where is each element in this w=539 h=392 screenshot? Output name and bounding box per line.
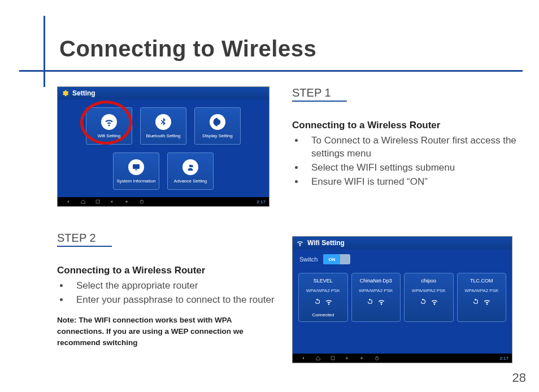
vol-up-icon[interactable] [359,355,365,361]
settings-tile-grid: Wifi Setting Bluetooth Setting Display S… [58,99,269,195]
wifi-icon [101,114,117,130]
screenshot-wifi-header-text: Wifi Setting [307,239,345,247]
tile-wifi-setting[interactable]: Wifi Setting [86,107,132,145]
step2-label: STEP 2 [57,232,112,247]
wifi-switch[interactable]: ON [323,254,350,264]
tile-advance-setting[interactable]: Advance Setting [167,153,214,190]
step2-subtitle: Connecting to a Wireless Router [57,265,283,276]
gear-icon [61,89,69,97]
power-icon[interactable] [374,355,380,361]
android-navbar: 2:17 [293,354,512,363]
svg-rect-0 [133,164,140,168]
tile-label: System Information [117,178,156,184]
wifi-switch-state: ON [323,254,340,264]
tile-system-information[interactable]: System Information [113,153,159,190]
refresh-icon [472,298,480,306]
wifi-signal-icon [431,298,438,306]
recent-icon[interactable] [330,355,336,361]
back-icon[interactable] [66,199,71,204]
step1-bullet: To Connect to a Wireless Router first ac… [305,134,518,160]
advance-icon [182,159,198,175]
tile-bluetooth-setting[interactable]: Bluetooth Setting [140,107,186,145]
refresh-icon [366,298,374,306]
refresh-icon [314,298,321,306]
step2-block: STEP 2 Connecting to a Wireless Router S… [57,232,283,349]
power-icon[interactable] [139,199,145,204]
wifi-network-grid: SLEVEL WPA/WPA2 PSK Connected ChinaNet-D… [293,273,512,322]
screenshot-wifi-header: Wifi Setting [293,237,512,249]
step1-subtitle: Connecting to a Wireless Router [292,120,518,131]
display-icon [210,114,225,130]
wifi-security: WPA/WPA2 PSK [464,288,498,293]
wifi-signal-icon [483,298,491,306]
system-icon [128,159,144,175]
home-icon[interactable] [80,199,86,204]
svg-rect-2 [96,200,99,203]
wifi-network[interactable]: chipoo WPA/WPA2 PSK [404,273,454,322]
step2-bullets: Select the appropriate router Enter your… [57,280,283,307]
screenshot-settings: Setting Wifi Setting Bluetooth Setting D… [57,86,270,207]
vol-down-icon[interactable] [110,199,115,204]
wifi-status: Connected [312,312,334,318]
wifi-security: WPA/WPA2 PSK [412,288,446,293]
wifi-network[interactable]: ChinaNet-Dp3 WPA/WPA2 PSK [351,273,401,322]
tile-display-setting[interactable]: Display Setting [194,107,241,145]
android-navbar: 2:17 [58,197,269,206]
screenshot-settings-header: Setting [58,87,269,99]
navbar-clock: 2:17 [257,199,269,204]
step1-block: STEP 1 Connecting to a Wireless Router T… [292,86,518,190]
slide-title: Connecting to Wireless [59,36,316,62]
vol-down-icon[interactable] [345,355,350,361]
wifi-switch-row: Switch ON [293,249,512,269]
recent-icon[interactable] [95,199,101,204]
title-vertical-rule [44,16,45,87]
svg-rect-4 [331,356,334,360]
vol-up-icon[interactable] [124,199,130,204]
refresh-icon [419,298,427,306]
back-icon[interactable] [301,355,306,361]
wifi-ssid: chipoo [421,278,436,284]
wifi-network[interactable]: TLC.COM WPA/WPA2 PSK [457,273,507,322]
wifi-security: WPA/WPA2 PSK [359,288,393,293]
step2-note: Note: The WIFI connection works best wit… [57,315,260,349]
tile-label: Wifi Setting [98,133,120,138]
navbar-clock: 2:17 [499,356,512,361]
screenshot-settings-header-text: Setting [72,89,95,97]
screenshot-wifi-list: Wifi Setting Switch ON SLEVEL WPA/WPA2 P… [292,236,512,363]
wifi-network[interactable]: SLEVEL WPA/WPA2 PSK Connected [298,273,348,322]
wifi-security: WPA/WPA2 PSK [306,288,340,293]
step1-bullets: To Connect to a Wireless Router first ac… [292,134,518,189]
step2-bullet: Select the appropriate router [69,280,283,293]
step2-bullet: Enter your passphrase to connect to the … [69,294,283,307]
step1-label: STEP 1 [292,86,347,102]
wifi-ssid: TLC.COM [470,278,493,284]
step1-bullet: Ensure WIFI is turned “ON” [305,176,518,189]
tile-label: Display Setting [202,133,232,138]
title-horizontal-rule [19,70,523,72]
wifi-icon [296,239,304,247]
wifi-ssid: ChinaNet-Dp3 [360,278,392,284]
wifi-signal-icon [325,298,333,306]
wifi-signal-icon [377,298,385,306]
tile-label: Advance Setting [174,178,207,184]
home-icon[interactable] [315,355,321,361]
tile-label: Bluetooth Setting [146,133,181,138]
step1-bullet: Select the WIFI settings submenu [305,162,518,175]
wifi-switch-label: Switch [299,256,318,263]
svg-rect-1 [135,169,138,170]
page-number: 28 [512,371,526,385]
wifi-ssid: SLEVEL [314,278,333,284]
bluetooth-icon [155,114,171,130]
